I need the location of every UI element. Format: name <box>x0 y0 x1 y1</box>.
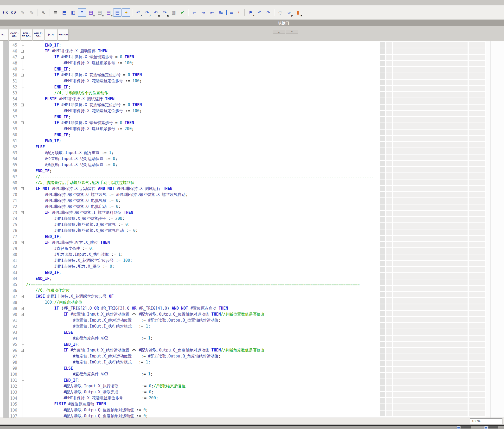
interface-table-row[interactable] <box>379 223 486 229</box>
interface-table-row[interactable] <box>379 217 486 222</box>
interface-table-row[interactable] <box>379 142 486 148</box>
interface-table-cell[interactable] <box>469 123 485 129</box>
interface-table-cell[interactable] <box>386 286 392 291</box>
interface-table-cell[interactable] <box>469 186 485 191</box>
interface-table-cell[interactable] <box>393 155 468 160</box>
interface-table-cell[interactable] <box>380 311 385 316</box>
interface-table-cell[interactable] <box>380 155 385 160</box>
interface-table-cell[interactable] <box>380 186 385 191</box>
interface-table-cell[interactable] <box>386 105 392 110</box>
interface-table-cell[interactable] <box>469 367 485 372</box>
interface-table-cell[interactable] <box>380 298 385 304</box>
interface-table-cell[interactable] <box>469 155 485 160</box>
interface-table-cell[interactable] <box>386 117 392 123</box>
interface-table-cell[interactable] <box>386 236 392 241</box>
interface-table-cell[interactable] <box>393 317 468 322</box>
interface-table-cell[interactable] <box>380 379 385 385</box>
interface-table-cell[interactable] <box>393 279 468 285</box>
interface-table-row[interactable] <box>379 148 486 154</box>
interface-table-cell[interactable] <box>393 248 468 254</box>
code-line-76[interactable]: 76 #HMI非保持.螺丝锁紧.X_螺丝吹气自动 := 0; <box>0 228 379 234</box>
interface-table-cell[interactable] <box>380 136 385 141</box>
code-line-86[interactable]: 86 //6、伺服动作定位 <box>0 287 379 293</box>
code-line-92[interactable]: 92 #位置轴.InOut.I_执行绝对模式 := 1; <box>0 323 379 329</box>
interface-table-cell[interactable] <box>393 73 468 79</box>
code-line-71[interactable]: 71 #HMI非保持.螺丝锁紧.Q_电批气缸 := 0; <box>0 198 379 204</box>
interface-table-cell[interactable] <box>386 155 392 160</box>
interface-table-row[interactable] <box>379 242 486 247</box>
interface-table-row[interactable] <box>379 292 486 297</box>
interface-table-cell[interactable] <box>393 61 468 66</box>
collapse-toggle-icon[interactable]: − <box>21 313 24 316</box>
interface-table-cell[interactable] <box>393 98 468 104</box>
interface-table-cell[interactable] <box>380 229 385 235</box>
code-line-82[interactable]: 82 #HMI非保持.配方.X_跳位 := 0; <box>0 264 379 270</box>
interface-table-cell[interactable] <box>380 248 385 254</box>
code-line-95[interactable]: 95 END_IF; <box>0 341 379 347</box>
interface-table-row[interactable] <box>379 336 486 341</box>
interface-table-cell[interactable] <box>469 130 485 135</box>
interface-table-row[interactable] <box>379 279 486 285</box>
collapse-toggle-icon[interactable]: − <box>21 104 24 106</box>
interface-table-cell[interactable] <box>393 373 468 379</box>
interface-table-cell[interactable] <box>386 123 392 129</box>
interface-table-cell[interactable] <box>393 111 468 116</box>
interface-table-cell[interactable] <box>386 217 392 222</box>
code-line-63[interactable]: 63 #配方读取.Input.X_配方重置 := 1; <box>0 150 379 156</box>
interface-table-cell[interactable] <box>469 386 485 391</box>
code-line-57[interactable]: 57 END_IF; <box>0 114 379 120</box>
interface-table-cell[interactable] <box>386 211 392 216</box>
interface-table-cell[interactable] <box>386 279 392 285</box>
interface-table-cell[interactable] <box>393 86 468 91</box>
interface-table-cell[interactable] <box>380 348 385 354</box>
know-how-protection-icon[interactable]: ▮▪ <box>294 8 302 17</box>
format-block-icon[interactable]: ↹ <box>217 8 225 17</box>
code-line-77[interactable]: 77 END_IF; <box>0 234 379 240</box>
interface-table-cell[interactable] <box>380 292 385 297</box>
interface-table-cell[interactable] <box>469 261 485 266</box>
interface-table-cell[interactable] <box>393 173 468 179</box>
interface-table-cell[interactable] <box>380 123 385 129</box>
interface-table-row[interactable] <box>379 236 486 241</box>
interface-table-cell[interactable] <box>386 42 392 48</box>
outdent-icon[interactable]: ⇤ <box>208 8 216 17</box>
interface-table-cell[interactable] <box>469 298 485 304</box>
code-line-99[interactable]: 99 ELSE <box>0 365 379 371</box>
interface-table-cell[interactable] <box>469 67 485 73</box>
interface-table-row[interactable] <box>379 92 486 98</box>
interface-table-cell[interactable] <box>469 61 485 66</box>
code-line-58[interactable]: 58− IF #HMI非保持.X_螺丝锁紧步号 = 0 THEN <box>0 120 379 126</box>
interface-table-row[interactable] <box>379 311 486 316</box>
interface-table-cell[interactable] <box>393 236 468 241</box>
previous-position-icon[interactable]: ⇐ <box>190 8 199 17</box>
taskbar-item[interactable] <box>457 426 471 429</box>
interface-table-cell[interactable] <box>469 180 485 185</box>
collapse-toggle-icon[interactable]: − <box>21 241 24 244</box>
interface-table-cell[interactable] <box>380 223 385 229</box>
interface-table-cell[interactable] <box>393 142 468 148</box>
interface-table-cell[interactable] <box>393 398 468 404</box>
interface-table-cell[interactable] <box>386 130 392 135</box>
interface-table-cell[interactable] <box>469 98 485 104</box>
code-line-66[interactable]: 66 END_IF; <box>0 168 379 174</box>
insert-line-icon[interactable]: ▏≡ <box>226 8 234 17</box>
interface-table-cell[interactable] <box>393 48 468 54</box>
interface-table-cell[interactable] <box>393 55 468 60</box>
interface-table-cell[interactable] <box>393 242 468 247</box>
interface-table-cell[interactable] <box>393 386 468 391</box>
interface-table-cell[interactable] <box>469 286 485 291</box>
interface-table-cell[interactable] <box>386 248 392 254</box>
interface-table-row[interactable] <box>379 229 486 235</box>
drag-mode-icon[interactable]: ⬉ <box>39 8 48 17</box>
interface-table-cell[interactable] <box>386 192 392 197</box>
interface-table-cell[interactable] <box>386 404 392 410</box>
interface-table-cell[interactable] <box>380 130 385 135</box>
code-line-88[interactable]: 88 100://伺服启动定位 <box>0 299 379 305</box>
code-line-69[interactable]: 69− IF NOT #HMI非保持.X_启动暂停 AND NOT #HMI非保… <box>0 186 379 192</box>
collapse-toggle-icon[interactable]: − <box>21 56 24 59</box>
interface-table-row[interactable] <box>379 192 486 197</box>
show-hidden-lines-icon[interactable]: ▤ <box>113 8 122 17</box>
interface-table-cell[interactable] <box>380 411 385 416</box>
interface-table-cell[interactable] <box>386 242 392 247</box>
interface-table-cell[interactable] <box>386 73 392 79</box>
